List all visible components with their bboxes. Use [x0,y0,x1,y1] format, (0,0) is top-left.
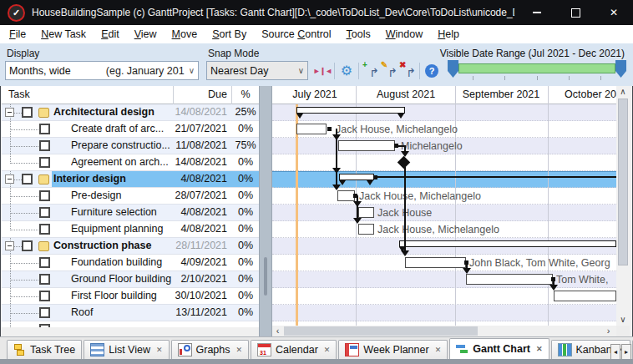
table-row[interactable]: Architectural design14/08/202125% [2,104,259,121]
expand-collapse-icon[interactable] [5,241,14,250]
task-checkbox[interactable] [39,274,50,285]
slider-left-handle[interactable] [448,60,458,78]
expand-collapse-icon[interactable] [5,108,14,117]
menu-item-edit[interactable]: Edit [94,27,127,42]
scroll-right-icon[interactable]: › [603,326,614,336]
tab-gantt-chart[interactable]: Gantt Chart✕ [449,338,549,359]
column-header-task[interactable]: Task [8,88,30,100]
title-bar[interactable]: ✓ HouseBuildingSample (c) GanttProject [… [0,0,633,25]
tab-week-planner[interactable]: Week Planner✕ [338,340,448,359]
task-checkbox[interactable] [39,224,50,235]
gantt-task-bar[interactable] [554,291,616,301]
help-button[interactable]: ? [423,62,441,80]
gantt-task-bar[interactable] [466,274,553,285]
table-row[interactable]: Furniture selection4/08/20210% [2,205,259,221]
table-row[interactable]: Agreement on arch...14/08/20210% [2,154,259,171]
tab-close-icon[interactable]: ✕ [324,346,331,354]
gantt-task-bar[interactable] [358,207,374,218]
horizontal-scroll-thumb[interactable] [284,326,478,336]
column-header-due[interactable]: Due [174,88,227,100]
column-header-percent[interactable]: % [232,88,259,100]
menu-item-tools[interactable]: Tools [339,27,378,42]
table-row[interactable]: Equipment planning4/08/20210% [2,221,259,238]
tab-close-icon[interactable]: ✕ [435,346,442,354]
menu-item-new-task[interactable]: New Task [33,27,94,42]
task-checkbox[interactable] [22,240,33,251]
tab-close-icon[interactable]: ✕ [156,346,163,354]
delete-dependency-button[interactable]: ✖↱ [398,62,417,80]
scroll-left-icon[interactable]: ‹ [272,326,283,336]
table-row[interactable]: Ground Floor building2/10/20210% [2,271,259,288]
task-checkbox[interactable] [22,174,33,185]
task-checkbox[interactable] [39,157,50,168]
task-checkbox[interactable] [39,307,50,318]
pane-splitter[interactable] [259,86,272,336]
menu-item-source-control[interactable]: Source Control [254,27,338,42]
date-range-slider[interactable] [448,60,626,82]
gantt-task-bar[interactable] [338,140,395,151]
gantt-task-bar[interactable] [358,224,374,235]
tab-list-view[interactable]: List View✕ [84,340,169,359]
tab-graphs[interactable]: Graphs✕ [171,340,250,359]
tab-scroll-right-icon[interactable]: ▸ [621,344,631,360]
chart-row[interactable] [272,305,616,321]
expand-collapse-icon[interactable] [5,174,14,184]
close-button[interactable]: ✕ [595,0,633,25]
gantt-task-bar[interactable] [296,124,327,134]
scroll-up-icon[interactable]: ∧ [616,86,630,98]
menu-item-file[interactable]: File [2,27,33,42]
menu-item-help[interactable]: Help [430,27,467,42]
tab-calendar[interactable]: Calendar✕ [251,340,337,359]
tab-scroll-left-icon[interactable]: ◂ [610,344,620,360]
menu-item-window[interactable]: Window [378,27,430,42]
task-checkbox[interactable] [39,207,50,218]
menu-item-view[interactable]: View [127,27,165,42]
table-row[interactable]: Create draft of arc...21/07/20210% [2,121,259,138]
display-hint: (eg. January 201 [106,65,185,77]
vertical-scroll-thumb[interactable] [618,99,628,265]
gantt-summary-bar[interactable] [399,240,616,247]
display-combobox[interactable]: Months, wide (eg. January 201 ∨ [5,61,199,80]
table-row[interactable]: Roof13/11/20210% [2,305,259,321]
table-row[interactable]: Construction phase28/11/20210% [2,238,259,255]
slider-right-handle[interactable] [615,60,626,78]
add-dependency-button[interactable]: +↱ [362,62,380,80]
task-checkbox[interactable] [22,107,33,118]
tab-close-icon[interactable]: ✕ [536,345,543,353]
gantt-summary-bar[interactable] [296,107,405,114]
chart-vertical-scrollbar[interactable]: ∧ ∨ [616,86,630,326]
task-checkbox[interactable] [39,324,50,327]
table-header[interactable]: Task Due % [2,86,259,104]
task-checkbox[interactable] [39,140,50,151]
task-checkbox[interactable] [39,291,50,301]
preferences-gear-button[interactable]: ⚙ [337,62,356,80]
gantt-task-bar[interactable] [405,257,466,268]
table-row[interactable]: Pre-design28/07/20210% [2,188,259,205]
table-row[interactable]: First Floor building30/10/20210% [2,288,259,305]
chart-row[interactable] [272,171,616,188]
snap-mode-combobox[interactable]: Nearest Day ∨ [206,61,308,80]
scroll-down-icon[interactable]: ∨ [616,314,630,326]
tab-task-tree[interactable]: Task Tree [7,340,82,359]
gantt-summary-bar[interactable] [339,174,374,180]
maximize-button[interactable] [556,0,595,25]
table-row[interactable]: Foundation building4/09/20210% [2,255,259,271]
menu-item-sort-by[interactable]: Sort By [205,27,254,42]
chart-row[interactable] [272,205,616,221]
table-row[interactable]: Prepare constructio...11/08/202175% [2,138,259,154]
chart-row[interactable] [272,154,616,171]
task-checkbox[interactable] [39,190,50,201]
gantt-task-bar[interactable] [337,190,355,201]
center-on-selection-button[interactable]: ►❙◄ [313,62,332,80]
splitter-grip-icon [264,257,267,296]
task-checkbox[interactable] [39,124,50,134]
table-row[interactable]: Interior design4/08/20210% [2,171,259,188]
chart-horizontal-scrollbar[interactable]: ‹ › [272,326,616,336]
menu-item-move[interactable]: Move [165,27,205,42]
chart-timeline-header[interactable]: July 2021August 2021September 2021Octobe… [272,86,616,104]
edit-dependency-button[interactable]: ✎↱ [380,62,398,80]
tab-close-icon[interactable]: ✕ [236,346,243,354]
minimize-button[interactable] [518,0,556,25]
task-checkbox[interactable] [39,257,50,268]
slider-track[interactable] [458,63,615,73]
